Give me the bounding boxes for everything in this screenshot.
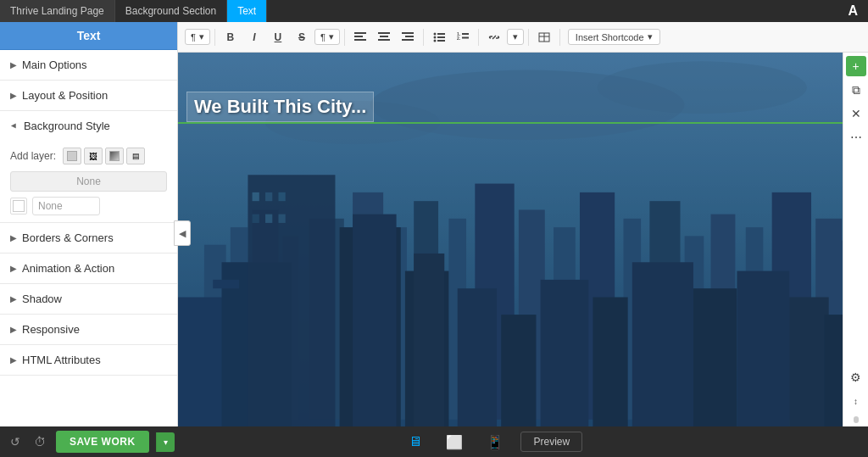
toolbar-link-dropdown[interactable]: ▾ [507, 29, 524, 45]
nav-item-background-section[interactable]: Background Section [115, 0, 227, 22]
section-html-label: HTML Attributes [22, 354, 101, 366]
color-value-input[interactable] [32, 197, 100, 215]
insert-shortcode-label: Insert Shortcode [576, 32, 644, 42]
main-layout: Text ▶ Main Options ▶ Layout & Position … [0, 22, 868, 426]
none-bar: None [10, 171, 167, 192]
canvas-text-element[interactable]: We Built This City... [186, 92, 374, 122]
align-left-icon [354, 32, 366, 42]
link-dropdown-arrow: ▾ [513, 31, 518, 42]
right-edge-settings-btn[interactable]: ⚙ [846, 367, 866, 387]
device-tablet-btn[interactable]: ⬜ [439, 431, 470, 454]
link-icon [488, 32, 500, 42]
toolbar-sep-1 [214, 29, 215, 46]
shortcode-dropdown-arrow: ▾ [648, 31, 653, 42]
arrow-shadow: ▶ [10, 294, 17, 304]
save-work-dropdown[interactable]: ▾ [156, 432, 175, 452]
layer-type-gradient[interactable] [105, 148, 124, 164]
editor-toolbar: ¶ ▾ B I U S ¶ ▾ [178, 22, 868, 53]
gradient-icon [109, 151, 120, 161]
svg-rect-2 [354, 39, 366, 41]
bottom-left: ↺ ⏱ SAVE WORK ▾ [7, 431, 175, 453]
history-back-btn[interactable]: ↺ [7, 432, 24, 452]
section-borders-corners-toggle[interactable]: ▶ Borders & Corners [0, 223, 177, 253]
svg-rect-7 [405, 36, 414, 37]
toolbar-sep-3 [423, 29, 424, 46]
list-ordered-icon: 1. 2. [457, 32, 469, 42]
device-mobile-btn[interactable]: 📱 [480, 431, 510, 454]
align-center-icon [378, 32, 390, 42]
color-picker-row [10, 197, 167, 215]
section-html-attributes-toggle[interactable]: ▶ HTML Attributes [0, 345, 177, 375]
section-layout-position-toggle[interactable]: ▶ Layout & Position [0, 81, 177, 110]
sidebar-collapse-arrow[interactable]: ◀ [174, 220, 191, 246]
swatch-inner [13, 200, 25, 212]
section-main-options-label: Main Options [22, 59, 87, 71]
right-edge-expand-btn[interactable]: ↕ [846, 391, 866, 411]
list-unordered-icon [433, 32, 445, 42]
insert-shortcode-button[interactable]: Insert Shortcode ▾ [568, 29, 660, 45]
toolbar-link[interactable] [483, 26, 505, 48]
section-animation-action-toggle[interactable]: ▶ Animation & Action [0, 254, 177, 283]
svg-rect-14 [437, 40, 445, 42]
toolbar-underline[interactable]: U [267, 26, 289, 48]
sidebar: Text ▶ Main Options ▶ Layout & Position … [0, 22, 178, 426]
right-edge-toolbar: + ⧉ ✕ ⋯ ⚙ ↕ [843, 53, 868, 426]
toolbar-list-unordered[interactable] [428, 26, 450, 48]
toolbar-align-left[interactable] [349, 26, 371, 48]
toolbar-list-ordered[interactable]: 1. 2. [452, 26, 474, 48]
section-responsive-toggle[interactable]: ▶ Responsive [0, 315, 177, 344]
color-swatch[interactable] [10, 198, 27, 215]
toolbar-align-center[interactable] [373, 26, 395, 48]
preview-button[interactable]: Preview [520, 432, 582, 452]
svg-rect-18 [462, 36, 469, 38]
align-para-icon: ¶ [320, 32, 326, 42]
layer-type-pattern[interactable]: ▤ [126, 148, 145, 164]
nav-item-thrive-landing[interactable]: Thrive Landing Page [0, 0, 115, 22]
table-icon [538, 32, 550, 42]
right-edge-copy-btn[interactable]: ⧉ [846, 80, 866, 100]
section-shadow-toggle[interactable]: ▶ Shadow [0, 284, 177, 314]
section-responsive-label: Responsive [22, 323, 80, 336]
section-animation-label: Animation & Action [22, 262, 114, 275]
solid-icon [67, 151, 77, 161]
section-bg-style-label: Background Style [24, 120, 110, 132]
arrow-animation: ▶ [10, 264, 17, 273]
layer-type-solid[interactable] [63, 148, 81, 164]
svg-point-9 [433, 32, 436, 35]
toolbar-table[interactable] [533, 26, 555, 48]
image-icon: 🖼 [89, 152, 97, 161]
layer-type-buttons: 🖼 ▤ [63, 148, 145, 164]
toolbar-paragraph-dropdown[interactable]: ¶ ▾ [185, 29, 210, 45]
svg-point-11 [433, 36, 436, 38]
section-background-style-toggle[interactable]: ▼ Background Style [0, 111, 177, 141]
toolbar-italic[interactable]: I [243, 26, 265, 48]
add-layer-row: Add layer: 🖼 ▤ [10, 148, 167, 164]
toolbar-sep-4 [478, 29, 479, 46]
add-layer-label: Add layer: [10, 150, 56, 162]
toolbar-bold[interactable]: B [220, 26, 242, 48]
section-animation-action: ▶ Animation & Action [0, 254, 177, 284]
toolbar-align-dropdown[interactable]: ¶ ▾ [314, 29, 340, 45]
svg-rect-16 [462, 33, 469, 35]
dropdown-arrow: ▾ [199, 31, 204, 42]
toolbar-align-right[interactable] [397, 26, 419, 48]
svg-rect-1 [354, 36, 363, 37]
right-edge-add-btn[interactable]: + [846, 56, 866, 76]
device-desktop-btn[interactable]: 🖥 [402, 431, 429, 453]
section-borders-corners: ▶ Borders & Corners [0, 223, 177, 254]
align-right-icon [402, 32, 414, 42]
arrow-main-options: ▶ [10, 60, 17, 70]
section-shadow-label: Shadow [22, 293, 62, 305]
arrow-html: ▶ [10, 355, 17, 365]
save-work-button[interactable]: SAVE WORK [56, 431, 149, 453]
section-html-attributes: ▶ HTML Attributes [0, 345, 177, 376]
section-borders-label: Borders & Corners [22, 231, 114, 244]
settings-btn[interactable]: ⏱ [31, 432, 49, 452]
layer-type-image[interactable]: 🖼 [84, 148, 103, 164]
arrow-bg-style: ▼ [9, 122, 19, 131]
section-main-options-toggle[interactable]: ▶ Main Options [0, 50, 177, 80]
nav-item-text[interactable]: Text [227, 0, 267, 22]
toolbar-strikethrough[interactable]: S [291, 26, 313, 48]
right-edge-more-btn[interactable]: ⋯ [846, 127, 866, 148]
right-edge-delete-btn[interactable]: ✕ [846, 103, 866, 124]
